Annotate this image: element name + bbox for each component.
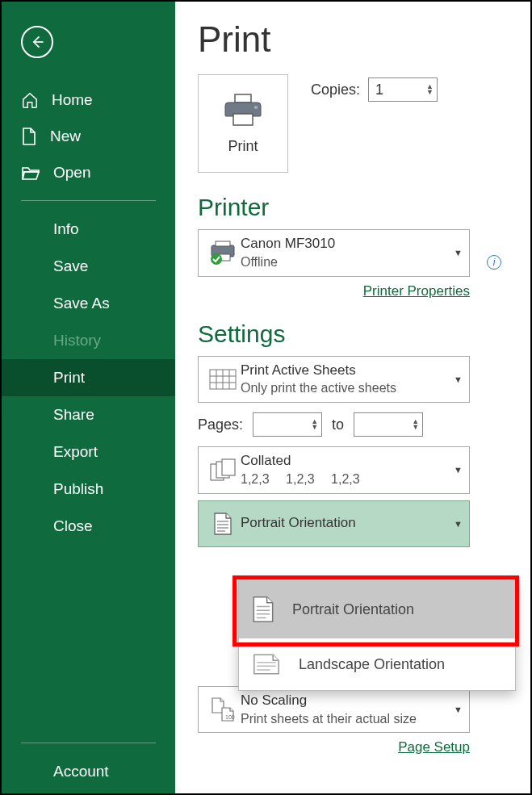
scaling-dropdown[interactable]: 100 No Scaling Print sheets at their act… — [198, 686, 470, 734]
chevron-down-icon: ▼ — [454, 519, 463, 529]
printer-status-icon — [208, 241, 237, 265]
printer-icon — [224, 93, 262, 127]
chevron-down-icon: ▼ — [454, 705, 463, 714]
scaling-sub: Print sheets at their actual size — [241, 710, 454, 728]
printer-properties-link[interactable]: Printer Properties — [363, 283, 470, 299]
orientation-option-label: Landscape Orientation — [299, 656, 445, 673]
info-icon[interactable]: i — [487, 255, 501, 270]
orientation-popup: Portrait Orientation Landscape Orientati… — [238, 580, 516, 691]
print-what-sub: Only print the active sheets — [241, 379, 454, 397]
sidebar-item-account[interactable]: Account — [2, 753, 175, 790]
sidebar-item-label: New — [50, 128, 81, 145]
svg-text:100: 100 — [225, 714, 235, 720]
orientation-option-label: Portrait Orientation — [292, 601, 414, 618]
sidebar-item-close[interactable]: Close — [2, 508, 175, 545]
landscape-page-icon — [252, 653, 281, 676]
sidebar-item-home[interactable]: Home — [2, 82, 175, 118]
sidebar-item-open[interactable]: Open — [2, 155, 175, 190]
orientation-option-landscape[interactable]: Landscape Orientation — [239, 638, 515, 690]
sidebar-item-save[interactable]: Save — [2, 248, 175, 285]
sidebar-item-export[interactable]: Export — [2, 433, 175, 471]
collation-title: Collated — [241, 452, 454, 471]
spinner-arrows-icon: ▲▼ — [412, 419, 419, 430]
svg-point-6 — [211, 253, 222, 265]
arrow-left-icon — [29, 34, 45, 50]
printer-status: Offline — [241, 253, 454, 271]
svg-rect-1 — [233, 114, 253, 125]
collation-dropdown[interactable]: Collated 1,2,3 1,2,3 1,2,3 ▼ — [198, 446, 470, 494]
sidebar-item-label: Open — [53, 164, 90, 182]
sidebar-item-save-as[interactable]: Save As — [2, 285, 175, 322]
sidebar-divider — [21, 200, 156, 201]
print-button[interactable]: Print — [198, 74, 288, 173]
settings-heading: Settings — [198, 320, 508, 348]
orientation-title: Portrait Orientation — [241, 514, 454, 533]
page-title: Print — [198, 19, 508, 60]
sidebar-item-publish[interactable]: Publish — [2, 471, 175, 508]
pages-to-label: to — [332, 416, 344, 433]
new-file-icon — [21, 127, 37, 146]
printer-name: Canon MF3010 — [241, 235, 454, 253]
sidebar-divider — [21, 743, 156, 743]
page-setup-link[interactable]: Page Setup — [398, 739, 470, 755]
chevron-down-icon: ▼ — [454, 248, 463, 257]
sidebar-item-share[interactable]: Share — [2, 396, 175, 433]
sidebar-item-label: Home — [52, 91, 93, 109]
printer-heading: Printer — [198, 194, 508, 221]
copies-value: 1 — [375, 82, 383, 98]
print-what-title: Print Active Sheets — [241, 362, 454, 380]
scaling-icon: 100 — [209, 697, 237, 722]
portrait-page-icon — [213, 512, 232, 536]
back-button[interactable] — [21, 26, 53, 58]
collated-icon — [209, 458, 237, 482]
chevron-down-icon: ▼ — [454, 374, 463, 384]
pages-from-spinner[interactable]: ▲▼ — [253, 412, 322, 437]
open-folder-icon — [21, 165, 40, 181]
orientation-option-portrait[interactable]: Portrait Orientation — [239, 580, 515, 638]
printer-dropdown[interactable]: Canon MF3010 Offline ▼ — [198, 229, 470, 277]
print-what-dropdown[interactable]: Print Active Sheets Only print the activ… — [198, 356, 470, 404]
copies-label: Copies: — [311, 82, 360, 98]
sidebar-item-print[interactable]: Print — [2, 359, 175, 396]
svg-rect-4 — [216, 241, 230, 246]
sidebar-item-info[interactable]: Info — [2, 211, 175, 248]
svg-rect-0 — [235, 94, 251, 103]
spinner-arrows-icon: ▲▼ — [311, 419, 318, 430]
svg-rect-10 — [222, 459, 235, 475]
collation-sub: 1,2,3 1,2,3 1,2,3 — [241, 471, 454, 488]
svg-point-2 — [254, 106, 258, 109]
orientation-dropdown[interactable]: Portrait Orientation ▼ — [198, 500, 470, 547]
sidebar-item-history: History — [2, 322, 175, 359]
spinner-arrows-icon: ▲▼ — [426, 84, 434, 95]
scaling-title: No Scaling — [241, 692, 454, 710]
home-icon — [21, 91, 39, 109]
print-button-label: Print — [228, 138, 258, 155]
portrait-page-icon — [252, 595, 274, 624]
chevron-down-icon: ▼ — [454, 465, 463, 475]
pages-to-spinner[interactable]: ▲▼ — [354, 412, 423, 437]
sheets-icon — [209, 369, 237, 390]
sidebar-item-new[interactable]: New — [2, 118, 175, 155]
pages-label: Pages: — [198, 416, 243, 433]
copies-spinner[interactable]: 1 ▲▼ — [368, 77, 438, 102]
backstage-sidebar: Home New Open Info Save Save As History … — [2, 2, 175, 793]
